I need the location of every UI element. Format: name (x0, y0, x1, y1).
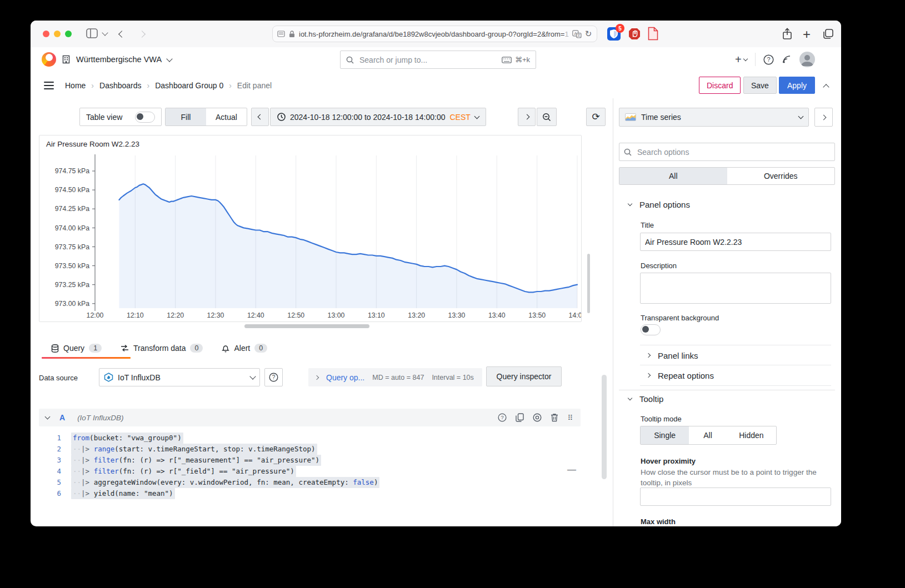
query-inspector-button[interactable]: Query inspector (486, 366, 562, 386)
tab-query-badge: 1 (89, 344, 102, 353)
global-search[interactable]: ⌘+k (340, 51, 536, 69)
chart-panel[interactable]: Air Pressure Room W2.2.23 973.00 kPa973.… (39, 135, 582, 322)
code-line[interactable]: 6··|> yield(name: "mean") (39, 488, 581, 499)
datasource-help-button[interactable]: ? (264, 368, 283, 386)
grafana-logo[interactable] (42, 52, 56, 67)
tooltip-mode-all[interactable]: All (689, 426, 726, 444)
breadcrumb-home[interactable]: Home (65, 81, 86, 90)
code-line[interactable]: 1from(bucket: "vwa_group0") (39, 433, 581, 444)
query-code-editor[interactable]: 1from(bucket: "vwa_group0")2··|> range(s… (39, 433, 581, 499)
horizontal-scrollbar[interactable] (244, 324, 369, 328)
close-window-button[interactable] (43, 31, 49, 37)
refresh-button[interactable]: ⟳ (586, 108, 606, 126)
tab-transform-badge: 0 (190, 344, 203, 353)
translate-icon[interactable]: A文 (572, 30, 582, 38)
code-line[interactable]: 3··|> filter(fn: (r) => r["_measurement"… (39, 455, 581, 466)
drag-handle-icon[interactable]: ⠿ (567, 416, 574, 420)
chart-canvas[interactable]: 973.00 kPa973.25 kPa973.50 kPa973.75 kPa… (39, 150, 581, 322)
transparent-background-toggle[interactable] (641, 324, 661, 335)
chart-title[interactable]: Air Pressure Room W2.2.23 (46, 140, 139, 148)
help-icon[interactable]: ? (763, 54, 774, 65)
code-line[interactable]: 5··|> aggregateWindow(every: v.windowPer… (39, 477, 581, 488)
tab-overview-icon[interactable] (822, 28, 834, 40)
collapse-editor-icon[interactable]: — (567, 465, 576, 475)
share-icon[interactable] (782, 27, 793, 41)
reader-icon[interactable] (277, 31, 285, 37)
time-shift-forward-button[interactable] (518, 108, 536, 126)
options-scrollbar[interactable] (602, 375, 607, 479)
breadcrumb-dashboards[interactable]: Dashboards (99, 81, 142, 90)
main-scrollbar[interactable] (587, 254, 590, 313)
query-collapse-chevron-icon[interactable] (45, 414, 51, 420)
code-line[interactable]: 4··|> filter(fn: (r) => r["_field"] == "… (39, 466, 581, 477)
datasource-picker[interactable]: IoT InfluxDB (99, 368, 260, 386)
sidebar-chevron-icon[interactable] (102, 29, 108, 36)
svg-text:973.50 kPa: 973.50 kPa (55, 262, 89, 270)
global-search-input[interactable] (358, 55, 502, 65)
svg-text:12:00: 12:00 (87, 311, 104, 319)
fill-option[interactable]: Fill (166, 108, 206, 125)
url-bar[interactable]: iot.hs-pforzheim.de/grafana/d/be1892w8cv… (272, 26, 597, 42)
new-tab-icon[interactable]: + (803, 27, 811, 42)
org-switcher-chevron-icon[interactable] (167, 56, 173, 62)
zoom-out-time-button[interactable] (537, 108, 557, 126)
query-help-icon[interactable]: ? (498, 413, 507, 422)
repeat-options-row[interactable]: Repeat options (640, 365, 831, 386)
save-button[interactable]: Save (743, 77, 777, 94)
actual-option[interactable]: Actual (206, 108, 247, 125)
document-extension-icon[interactable] (648, 27, 658, 41)
mega-menu-icon[interactable] (44, 82, 54, 89)
avatar[interactable] (799, 52, 815, 67)
tab-query[interactable]: Query 1 (51, 344, 102, 353)
clock-icon (277, 113, 286, 121)
panel-options-header[interactable]: Panel options (628, 200, 690, 209)
options-search[interactable] (619, 143, 835, 161)
forward-icon[interactable] (138, 31, 146, 38)
breadcrumb-dashboard-group[interactable]: Dashboard Group 0 (155, 81, 223, 90)
lock-icon (289, 31, 295, 38)
duplicate-query-icon[interactable] (516, 413, 524, 422)
hide-response-icon[interactable] (533, 413, 542, 422)
tooltip-header[interactable]: Tooltip (628, 394, 663, 404)
code-line[interactable]: 2··|> range(start: v.timeRangeStart, sto… (39, 444, 581, 455)
tab-overrides[interactable]: Overrides (727, 168, 835, 184)
query-ref-id[interactable]: A (59, 413, 65, 422)
tooltip-mode-single[interactable]: Single (641, 426, 689, 444)
hover-proximity-input[interactable] (640, 488, 831, 506)
panel-title-input[interactable] (640, 233, 831, 251)
svg-text:13:30: 13:30 (448, 311, 466, 319)
add-new-button[interactable]: + (735, 53, 747, 66)
svg-text:12:30: 12:30 (207, 311, 224, 319)
news-rss-icon[interactable] (782, 54, 792, 64)
sidebar-icon[interactable] (86, 28, 98, 38)
query-options-chevron-icon[interactable] (314, 375, 319, 379)
svg-text:974.75 kPa: 974.75 kPa (55, 167, 89, 175)
apply-button[interactable]: Apply (779, 77, 815, 94)
panel-links-row[interactable]: Panel links (640, 345, 831, 365)
discard-button[interactable]: Discard (699, 77, 741, 94)
minimize-window-button[interactable] (54, 31, 61, 37)
reload-icon[interactable]: ↻ (585, 29, 592, 39)
zoom-window-button[interactable] (65, 31, 72, 37)
options-search-input[interactable] (636, 147, 830, 157)
tab-alert[interactable]: Alert 0 (222, 344, 267, 353)
time-range-picker[interactable]: 2024-10-18 12:00:00 to 2024-10-18 14:00:… (270, 108, 486, 126)
table-view-toggle[interactable] (135, 112, 155, 123)
tab-transform[interactable]: Transform data 0 (121, 344, 203, 353)
adblock-extension-icon[interactable] (628, 27, 641, 41)
back-icon[interactable] (118, 31, 126, 38)
tooltip-mode-hidden[interactable]: Hidden (727, 426, 776, 444)
query-options-link[interactable]: Query op... (326, 373, 364, 382)
panel-description-input[interactable] (640, 273, 831, 304)
query-row-header[interactable]: A (IoT InfluxDB) ? ⠿ (39, 409, 581, 426)
delete-query-icon[interactable] (551, 413, 558, 422)
visualization-picker[interactable]: Time series (619, 108, 809, 127)
org-name[interactable]: Württembergische VWA (76, 55, 162, 64)
time-shift-back-button[interactable] (251, 108, 269, 126)
bitwarden-extension-icon[interactable]: 5 (607, 27, 621, 41)
collapse-options-button[interactable] (814, 108, 833, 127)
max-data-points: MD = auto = 847 (372, 374, 424, 381)
collapse-header-icon[interactable] (823, 84, 829, 90)
tab-all[interactable]: All (619, 168, 727, 184)
transparent-background-label: Transparent background (641, 314, 719, 322)
